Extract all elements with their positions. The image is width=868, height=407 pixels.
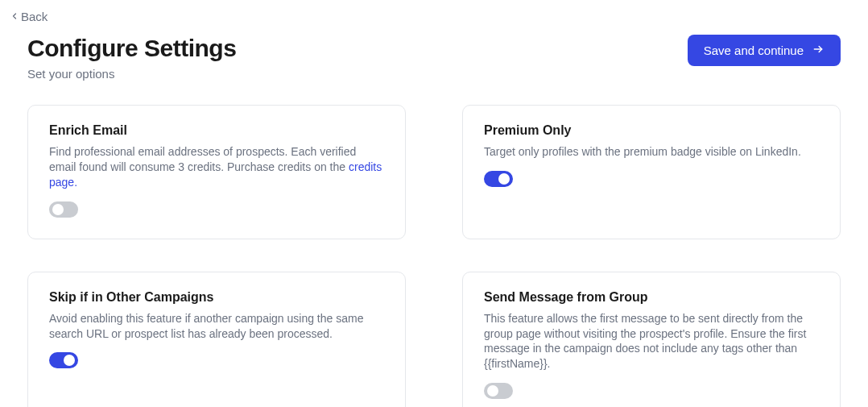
enrich-email-toggle[interactable] — [49, 201, 78, 218]
toggle-knob — [52, 204, 64, 215]
arrow-right-icon — [812, 44, 825, 57]
page-header: Configure Settings Set your options Save… — [10, 35, 858, 81]
card-description: Avoid enabling this feature if another c… — [49, 311, 384, 342]
card-title: Premium Only — [484, 123, 819, 138]
card-skip-other-campaigns: Skip if in Other Campaigns Avoid enablin… — [27, 272, 406, 407]
back-label: Back — [21, 10, 48, 23]
save-button-label: Save and continue — [704, 44, 804, 57]
toggle-knob — [64, 355, 75, 366]
toggle-knob — [498, 173, 510, 185]
skip-other-campaigns-toggle[interactable] — [49, 352, 78, 368]
toggle-knob — [487, 385, 498, 397]
save-and-continue-button[interactable]: Save and continue — [688, 35, 841, 66]
premium-only-toggle[interactable] — [484, 171, 513, 187]
card-desc-text: Find professional email addresses of pro… — [49, 145, 356, 173]
card-premium-only: Premium Only Target only profiles with t… — [462, 105, 841, 239]
send-from-group-toggle[interactable] — [484, 383, 513, 399]
card-title: Send Message from Group — [484, 290, 819, 305]
card-title: Enrich Email — [49, 123, 384, 138]
card-description: Target only profiles with the premium ba… — [484, 144, 819, 160]
card-send-from-group: Send Message from Group This feature all… — [462, 272, 841, 407]
settings-cards-grid: Enrich Email Find professional email add… — [10, 105, 858, 407]
chevron-left-icon — [10, 10, 19, 23]
card-title: Skip if in Other Campaigns — [49, 290, 384, 305]
back-link[interactable]: Back — [10, 10, 48, 23]
page-title: Configure Settings — [27, 35, 236, 62]
card-description: This feature allows the first message to… — [484, 311, 819, 372]
page-subtitle: Set your options — [27, 67, 236, 81]
card-enrich-email: Enrich Email Find professional email add… — [27, 105, 406, 239]
card-description: Find professional email addresses of pro… — [49, 144, 384, 190]
